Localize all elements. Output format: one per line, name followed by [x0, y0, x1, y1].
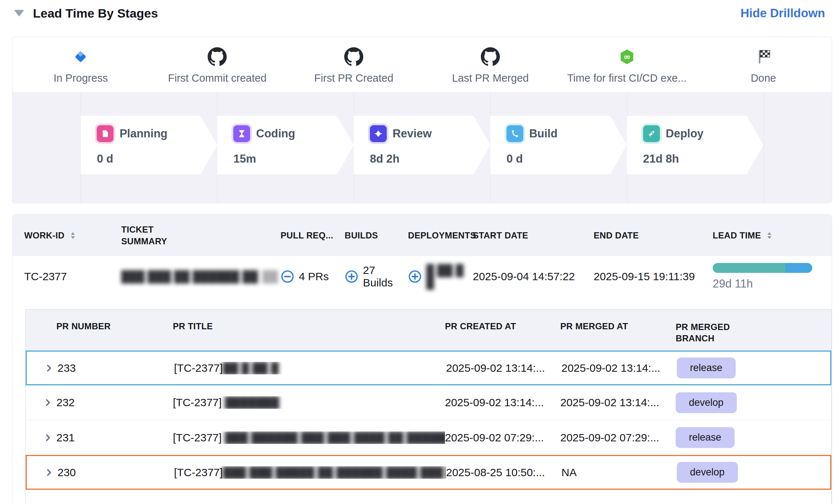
chevron-right-icon[interactable]: [42, 432, 56, 443]
stage-value: 0 d: [97, 152, 217, 166]
work-item-row[interactable]: TC-2377 ███ ███ ██ ██████ ██ ██ 4 PRs 27…: [12, 256, 832, 297]
deployments-cell: █ ██ █ █: [408, 264, 473, 289]
stage-name: Build: [529, 127, 558, 140]
col-end-date: END DATE: [594, 230, 713, 241]
pr-merged-at: NA: [561, 466, 677, 479]
pr-table-header: PR NUMBER PR TITLE PR CREATED AT PR MERG…: [26, 310, 831, 351]
branch-badge: develop: [676, 392, 737, 413]
col-deployments: DEPLOYMENTS: [408, 230, 473, 241]
pr-number: 231: [56, 431, 173, 444]
col-work-id[interactable]: WORK-ID: [24, 230, 121, 241]
milestone-label: Time for first CI/CD exe...: [567, 72, 687, 84]
pr-title: [TC-2377] ███████: [173, 396, 445, 409]
plus-circle-icon[interactable]: [345, 270, 359, 284]
branch-badge: release: [676, 427, 735, 448]
col-pull-requests: PULL REQ...: [281, 230, 345, 241]
pr-row-232[interactable]: 232 [TC-2377] ███████ 2025-09-02 13:14:.…: [26, 385, 831, 420]
pr-count: 4 PRs: [299, 270, 329, 283]
rocket-icon: [643, 125, 660, 142]
github-icon: [344, 46, 363, 68]
pr-created-at: 2025-09-02 07:29:...: [445, 431, 560, 444]
col-pr-created-at: PR CREATED AT: [445, 321, 560, 331]
pr-title: [TC-2377]███ ███ █████ ██ ██████ ████ ██…: [174, 466, 446, 479]
pr-title: [TC-2377]██ █ ██ █: [174, 362, 446, 374]
milestone-first-commit: First Commit created: [149, 37, 286, 92]
chevron-right-icon[interactable]: [44, 467, 57, 478]
pr-row-231[interactable]: 231 [TC-2377] ███ ██████ ███ ███ ████ ██…: [26, 420, 831, 455]
builds-cell: 27 Builds: [345, 264, 408, 289]
note-icon: [97, 125, 114, 142]
pr-created-at: 2025-08-25 10:50:...: [446, 466, 561, 479]
stage-name: Review: [393, 127, 432, 140]
milestone-label: First Commit created: [168, 72, 267, 84]
stage-coding: Coding 15m: [217, 116, 354, 174]
col-builds: BUILDS: [345, 230, 408, 241]
lead-time-value: 29d 11h: [713, 277, 753, 290]
col-lead-time[interactable]: LEAD TIME: [713, 230, 820, 241]
pull-requests-cell: 4 PRs: [281, 270, 345, 284]
work-id: TC-2377: [24, 270, 121, 283]
lead-time-cell: 29d 11h: [713, 263, 820, 290]
checkered-flag-icon: [756, 46, 772, 68]
pr-merged-at: 2025-09-02 13:14:...: [560, 396, 676, 409]
top-bar: Lead Time By Stages Hide Drilldown: [0, 0, 839, 26]
jira-diamond-icon: [72, 46, 89, 68]
pr-number: 233: [57, 362, 174, 374]
stage-build: Build 0 d: [490, 116, 627, 174]
milestone-in-progress: In Progress: [12, 37, 149, 92]
stage-name: Planning: [119, 127, 167, 140]
col-pr-merged-at: PR MERGED AT: [560, 321, 676, 331]
github-icon: [481, 46, 500, 68]
diamond-icon: [370, 125, 387, 142]
chevron-right-icon[interactable]: [42, 397, 56, 408]
minus-circle-icon[interactable]: [281, 270, 294, 284]
branch-icon: [506, 125, 523, 142]
milestone-label: First PR Created: [314, 72, 393, 84]
pr-table: PR NUMBER PR TITLE PR CREATED AT PR MERG…: [25, 309, 832, 504]
pr-merged-at: 2025-09-02 13:14:...: [561, 362, 677, 374]
col-pr-number: PR NUMBER: [56, 321, 173, 331]
milestone-done: Done: [695, 37, 832, 92]
stage-flow-panel: In Progress First Commit created First P…: [12, 37, 832, 203]
divider: [764, 92, 764, 203]
pr-created-at: 2025-09-02 13:14:...: [446, 362, 561, 374]
github-icon: [208, 46, 227, 68]
work-table-header: WORK-ID TICKET SUMMARY PULL REQ... BUILD…: [12, 215, 832, 256]
svg-text:∞: ∞: [623, 52, 630, 62]
build-count: 27 Builds: [363, 264, 408, 289]
sort-icon[interactable]: [765, 231, 773, 240]
stage-review: Review 8d 2h: [354, 116, 490, 174]
collapse-triangle-icon[interactable]: [14, 10, 24, 16]
pr-number: 230: [57, 466, 174, 479]
lead-bar-segment-teal: [713, 263, 786, 273]
stage-name: Coding: [256, 127, 295, 140]
stage-value: 21d 8h: [643, 152, 764, 166]
pr-title: [TC-2377] ███ ██████ ███ ███ ████ ██ ███…: [173, 431, 445, 444]
col-pr-merged-branch: PR MERGED BRANCH: [676, 321, 738, 344]
milestone-first-pr: First PR Created: [286, 37, 422, 92]
hourglass-icon: [233, 125, 250, 142]
lead-time-bar: [713, 263, 812, 273]
branch-badge: develop: [677, 462, 738, 483]
pr-row-230[interactable]: 230 [TC-2377]███ ███ █████ ██ ██████ ███…: [26, 455, 831, 490]
milestone-label: Last PR Merged: [452, 72, 529, 84]
plus-circle-icon[interactable]: [408, 270, 422, 284]
stage-value: 0 d: [506, 152, 627, 166]
stage-deploy: Deploy 21d 8h: [627, 116, 764, 174]
sort-icon[interactable]: [69, 231, 77, 240]
stage-planning: Planning 0 d: [81, 116, 217, 174]
milestone-row: In Progress First Commit created First P…: [12, 37, 832, 92]
stage-name: Deploy: [666, 127, 704, 140]
chevron-right-icon[interactable]: [44, 363, 57, 374]
stage-value: 8d 2h: [370, 152, 490, 166]
work-items-table: WORK-ID TICKET SUMMARY PULL REQ... BUILD…: [12, 214, 832, 504]
ticket-summary: ███ ███ ██ ██████ ██ ██: [121, 270, 281, 283]
stage-value: 15m: [233, 152, 354, 166]
col-start-date: START DATE: [473, 230, 594, 241]
col-pr-title: PR TITLE: [173, 321, 445, 331]
cicd-green-icon: ∞: [619, 46, 635, 68]
milestone-last-pr-merged: Last PR Merged: [422, 37, 558, 92]
hide-drilldown-link[interactable]: Hide Drilldown: [740, 6, 825, 20]
pr-row-233[interactable]: 233 [TC-2377]██ █ ██ █ 2025-09-02 13:14:…: [26, 351, 831, 385]
lead-bar-segment-blue: [786, 263, 812, 273]
